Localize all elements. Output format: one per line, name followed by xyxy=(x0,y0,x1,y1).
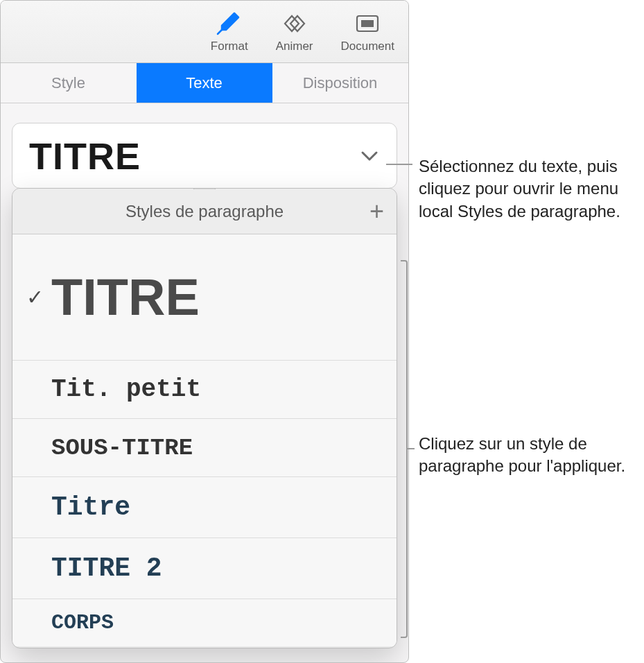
popover-arrow-icon xyxy=(193,188,216,189)
callout-bracket xyxy=(401,260,408,638)
paragraph-styles-popover: Styles de paragraphe + ✓ TITRE Tit. peti… xyxy=(12,188,397,648)
checkmark-icon: ✓ xyxy=(26,285,51,309)
chevron-down-icon xyxy=(359,148,380,164)
style-list: ✓ TITRE Tit. petit SOUS-TITRE Titre TITR… xyxy=(12,234,397,646)
style-item-body[interactable]: CORPS xyxy=(12,599,397,646)
format-button[interactable]: Format xyxy=(211,10,248,53)
style-item-label: TITRE xyxy=(51,268,200,327)
popover-title: Styles de paragraphe xyxy=(125,202,284,221)
svg-rect-1 xyxy=(361,20,374,27)
callout-leader-line xyxy=(386,164,412,165)
tab-text[interactable]: Texte xyxy=(137,63,272,103)
tab-style[interactable]: Style xyxy=(1,63,137,103)
style-item-title[interactable]: ✓ TITRE xyxy=(12,234,397,361)
paragraph-style-select[interactable]: TITRE xyxy=(12,123,397,189)
tab-layout[interactable]: Disposition xyxy=(272,63,408,103)
style-item-label: Titre xyxy=(26,492,130,522)
style-item-heading-2[interactable]: TITRE 2 xyxy=(12,538,397,599)
style-item-label: Tit. petit xyxy=(26,375,201,404)
document-label: Document xyxy=(341,40,394,53)
tab-bar: Style Texte Disposition xyxy=(1,63,408,103)
style-item-small-title[interactable]: Tit. petit xyxy=(12,361,397,419)
document-icon xyxy=(351,10,383,37)
toolbar: Format Animer Document xyxy=(1,1,408,63)
document-button[interactable]: Document xyxy=(341,10,394,53)
style-item-heading[interactable]: Titre xyxy=(12,477,397,538)
style-item-label: TITRE 2 xyxy=(26,553,162,583)
style-item-subtitle[interactable]: SOUS-TITRE xyxy=(12,419,397,477)
style-item-label: SOUS-TITRE xyxy=(26,435,193,461)
callout-text-2: Cliquez sur un style de paragraphe pour … xyxy=(419,433,627,478)
callout-bracket-stem xyxy=(408,448,415,449)
inspector-panel: Format Animer Document Style Texte D xyxy=(0,0,409,663)
diamond-icon xyxy=(279,10,311,37)
add-style-button[interactable]: + xyxy=(369,199,384,224)
callout-text-1: Sélectionnez du texte, puis cliquez pour… xyxy=(419,155,634,223)
popover-header: Styles de paragraphe + xyxy=(12,189,397,234)
format-label: Format xyxy=(211,40,248,53)
animate-button[interactable]: Animer xyxy=(276,10,313,53)
style-item-label: CORPS xyxy=(26,611,114,635)
current-style-label: TITRE xyxy=(29,135,141,178)
animate-label: Animer xyxy=(276,40,313,53)
brush-icon xyxy=(214,10,245,37)
